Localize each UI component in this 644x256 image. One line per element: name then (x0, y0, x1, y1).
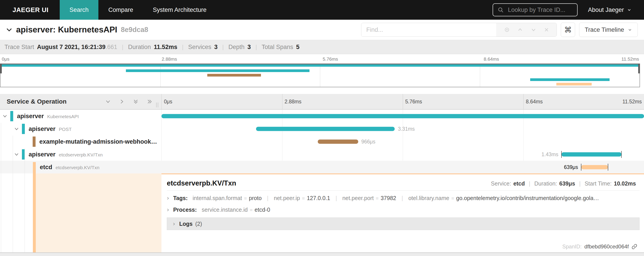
collapse-children-chevron-icon[interactable] (2, 113, 8, 119)
copy-link-icon[interactable] (632, 244, 637, 249)
app-brand[interactable]: JAEGER UI (0, 0, 60, 20)
service-name: apiserver (28, 125, 56, 132)
focus-target-icon[interactable] (504, 27, 510, 33)
nav-item-search[interactable]: Search (60, 0, 98, 20)
nav-spacer (216, 0, 493, 20)
viewport-right-scrubber[interactable] (638, 64, 640, 73)
bottom-strip (0, 252, 644, 256)
nav-item-system-architecture[interactable]: System Architecture (143, 0, 216, 20)
operation-name: etcdserverpb.KV/Txn (59, 152, 103, 157)
spanid-label: SpanID: (562, 243, 582, 250)
find-prev-icon[interactable] (517, 27, 523, 33)
child-boundary-tick (608, 164, 608, 170)
span-bar-cell[interactable]: 3.31ms (162, 122, 644, 135)
total-spans-value: 5 (296, 44, 300, 51)
column-resize-grabber[interactable] (156, 103, 158, 107)
start-time-label: Start Time: (584, 180, 612, 187)
collapse-trace-chevron-icon[interactable] (5, 26, 13, 34)
trace-id-input[interactable] (507, 6, 573, 14)
expand-all-double-chevron-right-icon[interactable] (147, 99, 152, 105)
span-name-cell[interactable]: apiserver etcdserverpb.KV/Txn (0, 148, 162, 161)
collapse-all-double-chevron-down-icon[interactable] (133, 99, 139, 105)
nav-item-compare[interactable]: Compare (98, 0, 143, 20)
span-row-webhook[interactable]: example-mutating-admission-webhook… 966μ… (0, 135, 644, 148)
about-jaeger-menu[interactable]: About Jaeger (588, 0, 632, 20)
divider: | (256, 44, 257, 50)
span-bar-cell[interactable]: 966μs (162, 135, 644, 148)
span-duration-bar[interactable] (256, 127, 395, 131)
tags-label: Tags: (173, 195, 188, 201)
detail-meta: Service:etcd | Duration:639μs | Start Ti… (491, 180, 636, 187)
span-bar-cell[interactable]: 1.43ms (162, 148, 644, 161)
span-row-etcd-txn-selected[interactable]: etcd etcdserverpb.KV/Txn 639μs (0, 161, 644, 173)
trace-minimap: 0μs 2.88ms 5.76ms 8.64ms 11.52ms (0, 54, 644, 87)
chevron-right-icon: › (167, 206, 169, 213)
trace-start-label: Trace Start (4, 44, 34, 51)
tag-kv: internal.span.format=proto (192, 195, 262, 201)
logs-accordion[interactable]: › Logs (2) (167, 217, 640, 230)
span-name-cell[interactable]: apiserver POST (0, 122, 162, 135)
find-extras (496, 23, 556, 37)
span-duration-bar[interactable] (318, 139, 358, 144)
divider: | (122, 44, 124, 50)
chevron-down-icon (628, 28, 632, 32)
trace-view-select[interactable]: Trace Timeline (579, 23, 638, 37)
process-accordion[interactable]: › Process: service.instance.id=etcd-0 (167, 202, 640, 214)
selected-span-indent-bar (33, 173, 36, 252)
trace-view-label: Trace Timeline (585, 27, 624, 33)
viewport-left-scrubber[interactable] (0, 64, 2, 73)
trace-start-value: August 7 2021, 16:21:39.661 (37, 44, 118, 51)
depth-label: Depth (228, 44, 245, 51)
keyboard-shortcuts-button[interactable]: ⌘ (561, 23, 575, 37)
span-name-cell[interactable]: apiserver KubernetesAPI (0, 110, 162, 122)
operation-name: etcdserverpb.KV/Txn (56, 165, 100, 170)
tags-accordion[interactable]: › Tags: internal.span.format=proto | net… (167, 191, 640, 202)
minimap-span-bar (0, 65, 640, 67)
expand-one-chevron-right-icon[interactable] (119, 99, 125, 105)
duration-value: 639μs (559, 180, 575, 187)
trace-id-lookup[interactable] (492, 3, 578, 16)
service-name: apiserver (28, 151, 56, 158)
service-name: example-mutating-admission-webhook… (39, 138, 157, 145)
span-duration-bar[interactable] (562, 152, 622, 156)
span-row-apiserver-etcd-txn[interactable]: apiserver etcdserverpb.KV/Txn 1.43ms (0, 148, 644, 161)
about-jaeger-label: About Jaeger (588, 7, 624, 14)
axis-tick: 5.76ms (323, 56, 338, 62)
span-duration-label: 639μs (564, 164, 578, 170)
services-stat: Services 3 (188, 44, 218, 51)
service-operation-header: Service & Operation (0, 94, 162, 109)
duration-stat: Duration 11.52ms (128, 44, 177, 51)
spanid-value: dfbebd960ced064f (584, 243, 629, 250)
axis-tick: 0μs (2, 56, 10, 62)
timeline-header: Service & Operation 0μs 2.88ms 5.76 (0, 94, 644, 110)
spanid-footer: SpanID: dfbebd960ced064f (562, 243, 637, 250)
selected-span-highlight (35, 173, 162, 252)
span-row-apiserver-post[interactable]: apiserver POST 3.31ms (0, 122, 644, 135)
axis-tick: 2.88ms (162, 56, 177, 62)
span-duration-bar[interactable] (581, 165, 608, 169)
trace-info-bar: Trace Start August 7 2021, 16:21:39.661 … (0, 40, 644, 54)
tag-kv: net.peer.ip=127.0.0.1 (274, 195, 330, 201)
duration-label: Duration (128, 44, 151, 51)
minimap-viewport[interactable] (0, 64, 640, 87)
divider: | (267, 195, 268, 201)
service-color-bar (22, 124, 25, 134)
find-next-icon[interactable] (530, 27, 537, 33)
collapse-children-chevron-icon[interactable] (14, 126, 19, 132)
span-row-apiserver-kubernetesapi[interactable]: apiserver KubernetesAPI (0, 110, 644, 122)
span-bar-cell[interactable]: 639μs (162, 161, 644, 173)
find-input[interactable] (361, 23, 496, 37)
start-time-value: 10.02ms (614, 180, 636, 187)
clear-find-icon[interactable] (544, 27, 550, 33)
jaeger-trace-page: JAEGER UI Search Compare System Architec… (0, 0, 644, 256)
collapse-children-chevron-icon[interactable] (14, 152, 19, 157)
logs-count: (2) (195, 221, 202, 227)
collapse-all-chevron-down-icon[interactable] (105, 99, 111, 105)
span-bar-cell[interactable] (162, 110, 644, 122)
minimap-axis: 0μs 2.88ms 5.76ms 8.64ms 11.52ms (0, 54, 644, 64)
span-name-cell[interactable]: example-mutating-admission-webhook… (0, 135, 162, 148)
trace-start-stat: Trace Start August 7 2021, 16:21:39.661 (4, 44, 117, 51)
span-name-cell[interactable]: etcd etcdserverpb.KV/Txn (0, 161, 162, 173)
tag-kv: net.peer.port=37982 (342, 195, 396, 201)
span-duration-bar[interactable] (162, 114, 644, 118)
